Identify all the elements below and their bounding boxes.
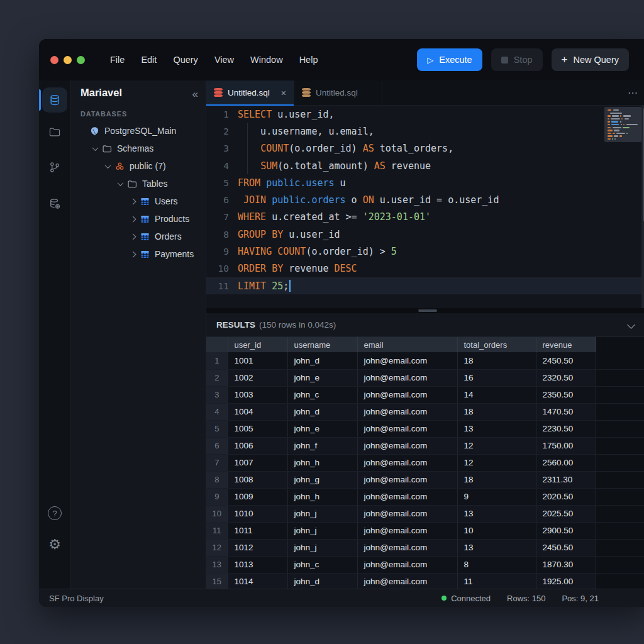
cell-username[interactable]: john_j xyxy=(287,539,357,556)
code-line-3[interactable]: 3 COUNT(o.order_id) AS total_orders, xyxy=(206,140,644,157)
menu-item-help[interactable]: Help xyxy=(293,51,325,69)
table-row[interactable]: 101010john_jjohn@email.com132025.50 xyxy=(206,505,644,522)
table-row[interactable]: 111011john_jjohn@email.com102900.50 xyxy=(206,522,644,539)
editor-scrollbar-track[interactable] xyxy=(641,106,644,308)
cell-revenue[interactable]: 2560.00 xyxy=(536,454,596,471)
table-row[interactable]: 11001john_djohn@email.com182450.50 xyxy=(206,352,644,369)
cell-user_id[interactable]: 1009 xyxy=(228,488,287,505)
stop-button[interactable]: Stop xyxy=(491,48,543,71)
help-rail-button[interactable]: ? xyxy=(42,501,67,526)
cell-email[interactable]: john@email.com xyxy=(357,522,457,539)
cell-username[interactable]: john_h xyxy=(287,454,357,471)
results-header[interactable]: RESULTS (150 rows in 0.042s) xyxy=(206,313,644,337)
cell-email[interactable]: john@email.com xyxy=(357,556,457,573)
cell-revenue[interactable]: 2311.30 xyxy=(536,471,596,488)
code-line-2[interactable]: 2 u.username, u.email, xyxy=(206,123,644,140)
cell-username[interactable]: john_e xyxy=(287,420,357,437)
cell-username[interactable]: john_j xyxy=(287,522,357,539)
tab-overflow-icon[interactable]: ⋯ xyxy=(618,87,644,99)
cell-user_id[interactable]: 1014 xyxy=(228,573,287,589)
table-row[interactable]: 31003john_cjohn@email.com142350.50 xyxy=(206,386,644,403)
chevron-down-icon[interactable] xyxy=(118,180,124,186)
cell-total_orders[interactable]: 9 xyxy=(457,488,536,505)
export-rail-button[interactable] xyxy=(42,191,67,216)
tree-item-public-7[interactable]: public (7) xyxy=(70,157,206,175)
cell-email[interactable]: john@email.com xyxy=(357,420,457,437)
cell-username[interactable]: john_d xyxy=(287,573,357,589)
cell-email[interactable]: john@email.com xyxy=(357,488,457,505)
column-header-username[interactable]: username xyxy=(287,337,357,352)
cell-revenue[interactable]: 2900.50 xyxy=(536,522,596,539)
cell-total_orders[interactable]: 12 xyxy=(457,437,536,454)
cell-total_orders[interactable]: 11 xyxy=(457,573,536,589)
cell-revenue[interactable]: 2350.50 xyxy=(536,386,596,403)
code-line-4[interactable]: 4 SUM(o.total_amount) AS revenue xyxy=(206,157,644,174)
table-row[interactable]: 61006john_fjohn@email.com121750.00 xyxy=(206,437,644,454)
menu-item-file[interactable]: File xyxy=(104,51,131,69)
zoom-traffic-light[interactable] xyxy=(77,56,85,64)
cell-revenue[interactable]: 2020.50 xyxy=(536,488,596,505)
cell-revenue[interactable]: 1870.30 xyxy=(536,556,596,573)
settings-rail-button[interactable]: ⚙ xyxy=(42,532,67,557)
cell-total_orders[interactable]: 18 xyxy=(457,403,536,420)
minimize-traffic-light[interactable] xyxy=(64,56,72,64)
cell-total_orders[interactable]: 14 xyxy=(457,386,536,403)
cell-user_id[interactable]: 1005 xyxy=(228,420,287,437)
code-line-7[interactable]: 7WHERE u.created_at >= '2023-01-01' xyxy=(206,209,644,226)
cell-user_id[interactable]: 1004 xyxy=(228,403,287,420)
tree-item-orders[interactable]: Orders xyxy=(70,228,206,245)
menu-item-query[interactable]: Query xyxy=(167,51,204,69)
cell-user_id[interactable]: 1013 xyxy=(228,556,287,573)
chevron-right-icon[interactable] xyxy=(130,233,136,240)
chevron-right-icon[interactable] xyxy=(130,251,136,257)
table-row[interactable]: 51005john_ejohn@email.com132230.50 xyxy=(206,420,644,437)
cell-total_orders[interactable]: 12 xyxy=(457,454,536,471)
cell-email[interactable]: john@email.com xyxy=(357,539,457,556)
code-line-8[interactable]: 8GROUP BY u.user_id xyxy=(206,226,644,243)
cell-email[interactable]: john@email.com xyxy=(357,573,457,589)
cell-total_orders[interactable]: 16 xyxy=(457,369,536,386)
code-line-9[interactable]: 9HAVING COUNT(o.order_id) > 5 xyxy=(206,243,644,260)
cell-email[interactable]: john@email.com xyxy=(357,437,457,454)
branch-rail-button[interactable] xyxy=(42,155,67,180)
chevron-down-icon[interactable] xyxy=(92,145,99,151)
tree-item-postgresql-main[interactable]: PostgreSQL_Main xyxy=(70,122,206,140)
cell-revenue[interactable]: 2320.50 xyxy=(536,369,596,386)
cell-user_id[interactable]: 1010 xyxy=(228,505,287,522)
cell-email[interactable]: john@email.com xyxy=(357,505,457,522)
code-line-11[interactable]: 11LIMIT 25; xyxy=(206,277,644,294)
cell-username[interactable]: john_h xyxy=(287,488,357,505)
cell-email[interactable]: john@email.com xyxy=(357,369,457,386)
cell-username[interactable]: john_d xyxy=(287,352,357,369)
tab-2-untitled-sql[interactable]: Untitled.sql xyxy=(294,80,382,105)
column-header-email[interactable]: email xyxy=(357,337,457,352)
cell-user_id[interactable]: 1012 xyxy=(228,539,287,556)
cell-revenue[interactable]: 1470.50 xyxy=(536,403,596,420)
chevron-right-icon[interactable] xyxy=(130,198,136,204)
tree-item-schemas[interactable]: Schemas xyxy=(70,140,206,157)
new-query-button[interactable]: + New Query xyxy=(552,48,629,71)
minimap[interactable] xyxy=(604,107,641,142)
cell-user_id[interactable]: 1002 xyxy=(228,369,287,386)
cell-email[interactable]: john@email.com xyxy=(357,352,457,369)
table-row[interactable]: 91009john_hjohn@email.com92020.50 xyxy=(206,488,644,505)
cell-username[interactable]: john_c xyxy=(287,386,357,403)
chevron-right-icon[interactable] xyxy=(130,216,136,222)
tree-item-tables[interactable]: Tables xyxy=(70,175,206,192)
menu-item-view[interactable]: View xyxy=(208,51,240,69)
cell-user_id[interactable]: 1007 xyxy=(228,454,287,471)
cell-total_orders[interactable]: 8 xyxy=(457,556,536,573)
sql-editor[interactable]: 1SELECT u.user_id,2 u.username, u.email,… xyxy=(206,106,644,308)
cell-total_orders[interactable]: 13 xyxy=(457,505,536,522)
table-row[interactable]: 21002john_ejohn@email.com162320.50 xyxy=(206,369,644,386)
cell-username[interactable]: john_c xyxy=(287,556,357,573)
cell-total_orders[interactable]: 13 xyxy=(457,539,536,556)
cell-revenue[interactable]: 2230.50 xyxy=(536,420,596,437)
cell-user_id[interactable]: 1011 xyxy=(228,522,287,539)
cell-user_id[interactable]: 1001 xyxy=(228,352,287,369)
code-line-1[interactable]: 1SELECT u.user_id, xyxy=(206,106,644,123)
cell-email[interactable]: john@email.com xyxy=(357,386,457,403)
cell-total_orders[interactable]: 13 xyxy=(457,420,536,437)
close-traffic-light[interactable] xyxy=(50,56,58,64)
table-row[interactable]: 121012john_jjohn@email.com132450.50 xyxy=(206,539,644,556)
